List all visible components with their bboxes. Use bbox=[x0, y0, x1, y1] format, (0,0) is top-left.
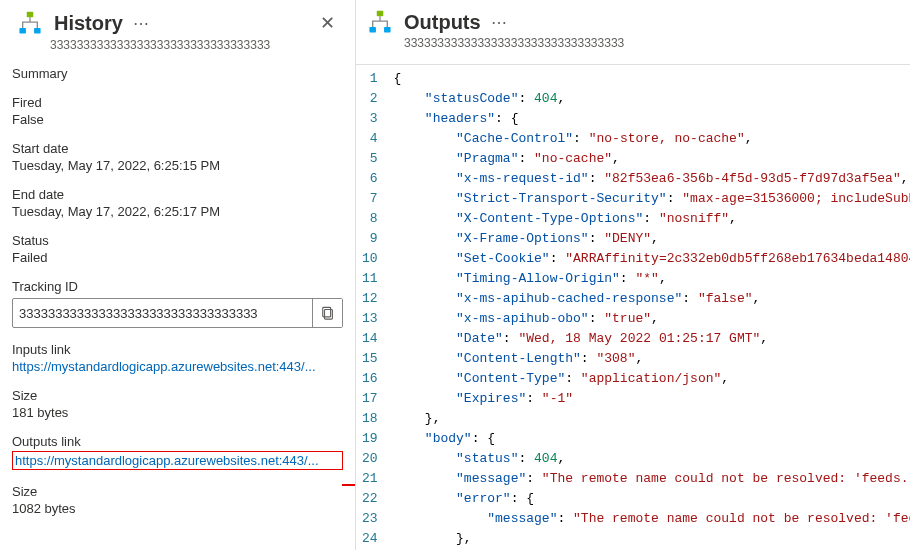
outputs-size-value: 1082 bytes bbox=[12, 501, 343, 516]
startdate-label: Start date bbox=[12, 141, 343, 156]
workflow-icon bbox=[366, 8, 394, 36]
enddate-label: End date bbox=[12, 187, 343, 202]
svg-rect-2 bbox=[34, 28, 41, 34]
inputslink-label: Inputs link bbox=[12, 342, 343, 357]
trackingid-input[interactable] bbox=[13, 301, 312, 326]
svg-rect-9 bbox=[384, 27, 391, 33]
svg-rect-3 bbox=[324, 310, 332, 320]
outputs-title: Outputs bbox=[404, 11, 481, 34]
outputs-size-label: Size bbox=[12, 484, 343, 499]
history-subtitle: 333333333333333333333333333333333 bbox=[50, 38, 343, 52]
svg-rect-0 bbox=[27, 12, 34, 18]
outputs-link[interactable]: https://mystandardlogicapp.azurewebsites… bbox=[15, 453, 319, 468]
fired-label: Fired bbox=[12, 95, 343, 110]
svg-rect-8 bbox=[369, 27, 376, 33]
outputs-more-button[interactable]: ⋯ bbox=[491, 13, 508, 32]
svg-rect-1 bbox=[19, 28, 26, 34]
svg-rect-4 bbox=[322, 307, 330, 317]
fired-value: False bbox=[12, 112, 343, 127]
svg-rect-7 bbox=[377, 11, 384, 17]
code-content: { "statusCode": 404, "headers": { "Cache… bbox=[388, 65, 910, 550]
history-title: History bbox=[54, 12, 123, 35]
outputs-link-highlight: https://mystandardlogicapp.azurewebsites… bbox=[12, 451, 343, 470]
outputs-panel: Outputs ⋯ 333333333333333333333333333333… bbox=[356, 0, 910, 550]
status-label: Status bbox=[12, 233, 343, 248]
code-editor[interactable]: 1 2 3 4 5 6 7 8 9 10 11 12 13 14 15 16 1… bbox=[356, 64, 910, 550]
status-value: Failed bbox=[12, 250, 343, 265]
history-more-button[interactable]: ⋯ bbox=[133, 14, 150, 33]
startdate-value: Tuesday, May 17, 2022, 6:25:15 PM bbox=[12, 158, 343, 173]
summary-heading: Summary bbox=[12, 66, 343, 81]
enddate-value: Tuesday, May 17, 2022, 6:25:17 PM bbox=[12, 204, 343, 219]
copy-button[interactable] bbox=[312, 299, 342, 327]
inputs-link[interactable]: https://mystandardlogicapp.azurewebsites… bbox=[12, 359, 343, 374]
trackingid-field bbox=[12, 298, 343, 328]
line-gutter: 1 2 3 4 5 6 7 8 9 10 11 12 13 14 15 16 1… bbox=[356, 65, 388, 550]
inputs-size-label: Size bbox=[12, 388, 343, 403]
callout-arrow bbox=[340, 475, 356, 495]
history-panel: History ⋯ ✕ 3333333333333333333333333333… bbox=[0, 0, 356, 550]
outputslink-label: Outputs link bbox=[12, 434, 343, 449]
trackingid-label: Tracking ID bbox=[12, 279, 343, 294]
close-button[interactable]: ✕ bbox=[316, 8, 339, 38]
inputs-size-value: 181 bytes bbox=[12, 405, 343, 420]
outputs-subtitle: 333333333333333333333333333333333 bbox=[404, 36, 910, 50]
workflow-icon bbox=[16, 9, 44, 37]
